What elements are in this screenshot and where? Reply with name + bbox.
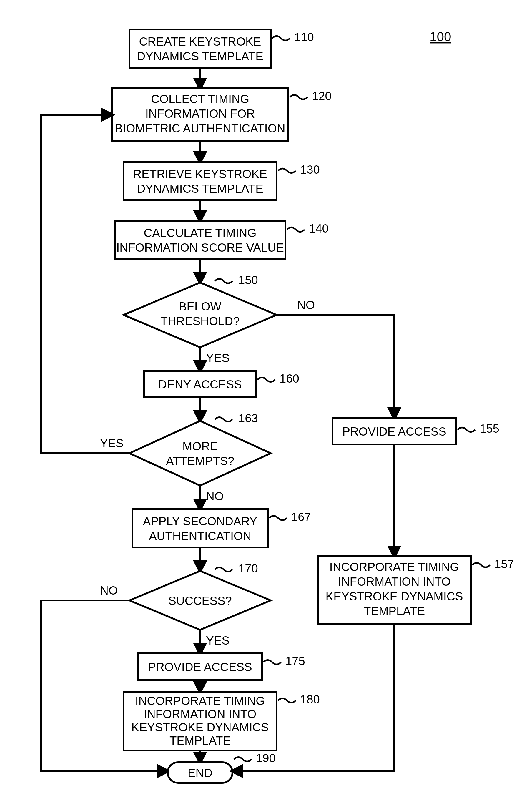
svg-text:INCORPORATE TIMING: INCORPORATE TIMING [135,694,265,707]
svg-text:END: END [188,766,212,779]
label-170-yes: YES [206,634,230,647]
svg-text:157: 157 [494,557,514,570]
svg-text:CREATE KEYSTROKE: CREATE KEYSTROKE [139,35,261,48]
svg-text:KEYSTROKE DYNAMICS: KEYSTROKE DYNAMICS [132,721,269,734]
svg-text:120: 120 [312,89,331,102]
svg-text:130: 130 [300,163,320,176]
svg-text:INFORMATION INTO: INFORMATION INTO [338,575,451,588]
svg-text:PROVIDE ACCESS: PROVIDE ACCESS [148,661,252,673]
svg-text:THRESHOLD?: THRESHOLD? [161,315,240,328]
node-110: CREATE KEYSTROKE DYNAMICS TEMPLATE 110 [130,29,314,68]
svg-text:150: 150 [238,273,258,286]
svg-text:BIOMETRIC AUTHENTICATION: BIOMETRIC AUTHENTICATION [115,122,285,135]
label-170-no: NO [100,584,118,597]
svg-text:INFORMATION FOR: INFORMATION FOR [145,107,255,120]
label-150-yes: YES [206,351,230,364]
node-163: MORE ATTEMPTS? 163 [130,412,271,485]
node-140: CALCULATE TIMING INFORMATION SCORE VALUE… [115,221,329,259]
svg-text:MORE: MORE [182,440,218,453]
label-163-yes: YES [100,437,123,450]
svg-text:CALCULATE TIMING: CALCULATE TIMING [144,226,256,239]
svg-text:PROVIDE ACCESS: PROVIDE ACCESS [342,425,446,438]
svg-text:DYNAMICS TEMPLATE: DYNAMICS TEMPLATE [137,182,263,195]
svg-text:TEMPLATE: TEMPLATE [169,734,231,747]
svg-text:BELOW: BELOW [179,300,222,313]
svg-text:140: 140 [309,222,329,235]
svg-marker-31 [130,421,271,485]
svg-text:163: 163 [238,412,258,425]
svg-text:180: 180 [300,693,320,706]
svg-text:175: 175 [285,654,305,667]
node-157: INCORPORATE TIMING INFORMATION INTO KEYS… [318,556,514,624]
svg-text:170: 170 [238,562,258,575]
figure-number: 100 [430,29,451,44]
label-150-no: NO [297,299,315,311]
node-167: APPLY SECONDARY AUTHENTICATION 167 [132,509,311,547]
svg-text:AUTHENTICATION: AUTHENTICATION [149,530,251,542]
node-end: END 190 [168,752,276,783]
svg-text:110: 110 [294,31,314,44]
node-155: PROVIDE ACCESS 155 [332,418,499,445]
label-163-no: NO [206,490,224,503]
svg-text:KEYSTROKE DYNAMICS: KEYSTROKE DYNAMICS [326,590,463,603]
svg-text:DENY ACCESS: DENY ACCESS [158,378,242,391]
node-175: PROVIDE ACCESS 175 [138,653,305,680]
svg-text:155: 155 [479,422,499,435]
svg-text:190: 190 [256,752,276,765]
svg-text:ATTEMPTS?: ATTEMPTS? [166,454,235,467]
node-130: RETRIEVE KEYSTROKE DYNAMICS TEMPLATE 130 [123,162,320,200]
svg-text:INFORMATION SCORE VALUE: INFORMATION SCORE VALUE [116,241,284,254]
node-170: SUCCESS? 170 [130,562,271,630]
svg-text:DYNAMICS TEMPLATE: DYNAMICS TEMPLATE [137,50,263,63]
node-180: INCORPORATE TIMING INFORMATION INTO KEYS… [123,692,320,751]
svg-text:160: 160 [280,372,299,385]
svg-text:SUCCESS?: SUCCESS? [168,594,232,607]
svg-text:TEMPLATE: TEMPLATE [364,605,425,618]
svg-text:APPLY SECONDARY: APPLY SECONDARY [143,515,257,528]
svg-text:COLLECT TIMING: COLLECT TIMING [151,92,249,105]
node-160: DENY ACCESS 160 [144,371,299,397]
svg-text:INCORPORATE TIMING: INCORPORATE TIMING [329,560,459,573]
svg-text:167: 167 [291,510,311,523]
svg-text:INFORMATION INTO: INFORMATION INTO [144,708,256,721]
node-120: COLLECT TIMING INFORMATION FOR BIOMETRIC… [112,88,331,141]
node-150: BELOW THRESHOLD? 150 [123,273,277,347]
svg-text:RETRIEVE KEYSTROKE: RETRIEVE KEYSTROKE [133,168,267,180]
